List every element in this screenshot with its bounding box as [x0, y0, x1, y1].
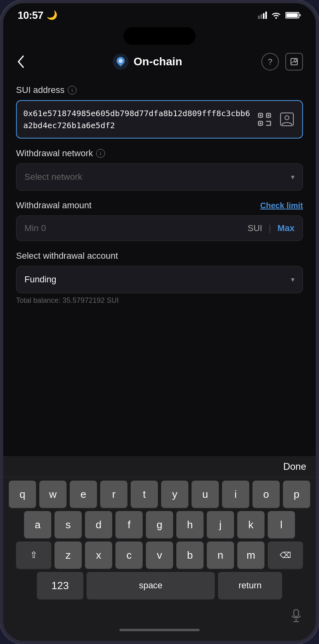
key-l[interactable]: l — [268, 511, 295, 538]
network-info-icon[interactable]: i — [96, 149, 105, 158]
battery-icon — [285, 12, 301, 19]
backspace-key[interactable]: ⌫ — [268, 541, 303, 569]
back-button[interactable] — [16, 54, 34, 69]
return-key[interactable]: return — [218, 572, 282, 599]
account-label: Select withdrawal account — [16, 251, 303, 261]
svg-rect-3 — [265, 12, 267, 19]
wifi-icon — [271, 11, 281, 19]
keyboard-done-bar: Done — [3, 456, 316, 477]
address-section: SUI address i 0x61e571874985e605db798d77… — [16, 85, 303, 139]
svg-rect-15 — [268, 115, 269, 116]
key-i[interactable]: i — [222, 481, 249, 508]
amount-divider: | — [269, 223, 271, 233]
main-content: SUI address i 0x61e571874985e605db798d77… — [3, 77, 316, 456]
mic-area — [3, 604, 316, 626]
key-t[interactable]: t — [131, 481, 158, 508]
moon-icon: 🌙 — [46, 10, 57, 20]
key-b[interactable]: b — [176, 541, 204, 569]
key-v[interactable]: v — [146, 541, 173, 569]
svg-point-18 — [285, 116, 289, 120]
sui-logo-icon — [113, 54, 129, 70]
keyboard-row-4: 123 space return — [6, 572, 313, 599]
key-c[interactable]: c — [115, 541, 143, 569]
network-placeholder: Select network — [24, 172, 82, 182]
account-dropdown[interactable]: Funding ▾ — [16, 266, 303, 293]
network-label: Withdrawal network i — [16, 148, 303, 159]
keyboard-area: Done q w e r t y u i o p a — [3, 456, 316, 641]
amount-input-wrapper: Min 0 SUI | Max — [16, 215, 303, 241]
keyboard-row-1: q w e r t y u i o p — [6, 481, 313, 508]
svg-rect-7 — [286, 13, 298, 17]
svg-point-4 — [275, 17, 277, 19]
keyboard: q w e r t y u i o p a s d f g — [3, 477, 316, 604]
key-q[interactable]: q — [9, 481, 36, 508]
key-a[interactable]: a — [24, 511, 51, 538]
app-header: On-chain ? — [3, 48, 316, 77]
account-selected-value: Funding — [24, 274, 57, 285]
network-dropdown[interactable]: Select network ▾ — [16, 163, 303, 191]
key-w[interactable]: w — [39, 481, 67, 508]
contact-button[interactable] — [278, 111, 296, 128]
check-limit-button[interactable]: Check limit — [260, 201, 303, 210]
svg-rect-2 — [263, 13, 264, 19]
done-button[interactable]: Done — [283, 461, 306, 472]
header-title: On-chain — [113, 54, 182, 70]
key-x[interactable]: x — [85, 541, 112, 569]
keyboard-row-3: ⇧ z x c v b n m ⌫ — [6, 541, 313, 569]
key-z[interactable]: z — [55, 541, 82, 569]
key-m[interactable]: m — [237, 541, 264, 569]
amount-right: SUI | Max — [248, 223, 295, 233]
space-key[interactable]: space — [87, 572, 215, 599]
key-g[interactable]: g — [146, 511, 173, 538]
key-h[interactable]: h — [176, 511, 204, 538]
svg-rect-1 — [260, 14, 262, 19]
key-k[interactable]: k — [237, 511, 264, 538]
question-icon: ? — [268, 57, 272, 66]
amount-input[interactable]: Min 0 SUI | Max — [16, 215, 303, 241]
network-chevron-icon: ▾ — [291, 173, 295, 181]
total-balance: Total balance: 35.57972192 SUI — [16, 296, 303, 305]
signal-icon — [258, 12, 267, 19]
address-actions — [256, 111, 296, 128]
amount-label: Withdrawal amount — [16, 200, 91, 211]
amount-section: Withdrawal amount Check limit Min 0 SUI … — [16, 200, 303, 241]
max-button[interactable]: Max — [277, 223, 295, 233]
status-icons — [258, 11, 301, 19]
key-o[interactable]: o — [252, 481, 280, 508]
key-s[interactable]: s — [55, 511, 82, 538]
numbers-key[interactable]: 123 — [37, 572, 83, 599]
address-info-icon[interactable]: i — [68, 86, 77, 95]
bottom-bar — [3, 626, 316, 641]
key-u[interactable]: u — [192, 481, 219, 508]
scan-button[interactable] — [256, 111, 273, 128]
key-p[interactable]: p — [283, 481, 310, 508]
history-button[interactable] — [285, 53, 303, 70]
key-r[interactable]: r — [100, 481, 127, 508]
address-label: SUI address i — [16, 85, 303, 95]
key-f[interactable]: f — [115, 511, 143, 538]
keyboard-row-2: a s d f g h j k l — [6, 511, 313, 538]
amount-header: Withdrawal amount Check limit — [16, 200, 303, 211]
mic-button[interactable] — [286, 606, 306, 626]
svg-rect-19 — [294, 610, 299, 617]
account-section: Select withdrawal account Funding ▾ Tota… — [16, 251, 303, 305]
history-icon — [290, 57, 299, 66]
svg-rect-14 — [260, 115, 261, 116]
network-section: Withdrawal network i Select network ▾ — [16, 148, 303, 191]
svg-rect-0 — [258, 16, 260, 19]
key-d[interactable]: d — [85, 511, 112, 538]
key-j[interactable]: j — [207, 511, 234, 538]
account-chevron-icon: ▾ — [291, 275, 295, 284]
address-input[interactable]: 0x61e571874985e605db798d77dfa8b12d809fff… — [16, 100, 303, 139]
phone-inner: 10:57 🌙 — [3, 3, 316, 641]
amount-currency: SUI — [248, 223, 262, 233]
key-y[interactable]: y — [161, 481, 188, 508]
key-n[interactable]: n — [207, 541, 234, 569]
address-value[interactable]: 0x61e571874985e605db798d77dfa8b12d809fff… — [23, 107, 251, 131]
contact-icon — [280, 112, 294, 127]
amount-min-value: Min 0 — [24, 223, 46, 233]
help-button[interactable]: ? — [261, 53, 279, 70]
status-bar: 10:57 🌙 — [3, 3, 316, 27]
key-e[interactable]: e — [70, 481, 97, 508]
shift-key[interactable]: ⇧ — [16, 541, 51, 569]
